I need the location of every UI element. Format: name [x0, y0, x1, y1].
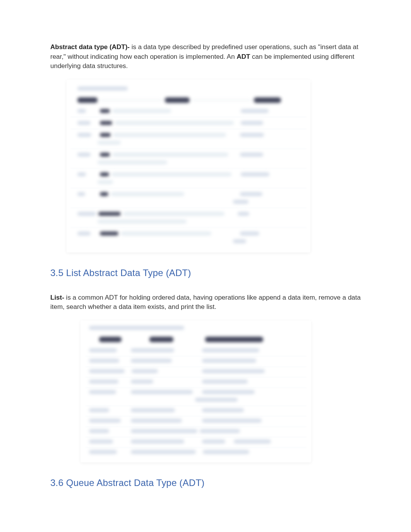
table-row [77, 232, 300, 235]
table-row [77, 153, 300, 157]
blur-caption [77, 87, 300, 90]
table-row [89, 429, 303, 433]
section-3-5-title: 3.5 List Abstract Data Type (ADT) [50, 266, 361, 280]
table-row [89, 348, 303, 352]
table-row [89, 450, 303, 454]
table-row [77, 192, 300, 196]
adt-table-image [67, 80, 310, 252]
table-row [77, 200, 300, 204]
list-ops-table-image [80, 321, 311, 462]
blur-caption [89, 326, 303, 330]
blur-header-row [89, 337, 303, 342]
table-row [77, 121, 300, 125]
table-row [77, 160, 300, 164]
table-row [89, 390, 303, 394]
list-paragraph: List- is a common ADT for holding ordere… [50, 293, 361, 312]
table-row [77, 212, 300, 216]
table-row [77, 109, 300, 113]
table-row [77, 133, 300, 137]
table-row [89, 380, 303, 384]
adt-bold-2: ADT [236, 53, 250, 60]
table-row [77, 220, 300, 223]
table-row [89, 359, 303, 363]
adt-label: Abstract data type (ADT)- [50, 43, 132, 51]
adt-paragraph: Abstract data type (ADT)- is a data type… [50, 43, 361, 71]
table-row [77, 141, 300, 145]
table-row [77, 180, 300, 184]
section-3-6-title: 3.6 Queue Abstract Data Type (ADT) [50, 476, 361, 490]
blur-header-row [77, 97, 300, 103]
table-row [77, 239, 300, 243]
table-row [89, 440, 303, 443]
table-row [89, 398, 303, 402]
list-label: List- [50, 294, 66, 301]
list-text: is a common ADT for holding ordered data… [50, 294, 361, 311]
table-row [89, 419, 303, 423]
table-row [77, 172, 300, 176]
table-row [89, 408, 303, 412]
table-row [89, 369, 303, 373]
